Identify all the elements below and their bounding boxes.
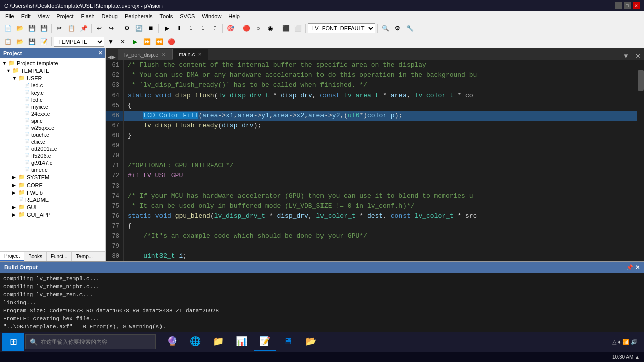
tab-list-button[interactable]: ▼ — [620, 52, 632, 60]
taskbar-edge[interactable]: 🌐 — [184, 333, 206, 351]
project-dropdown[interactable]: TEMPLATE — [54, 37, 104, 47]
tree-readme[interactable]: 📄 README — [0, 196, 105, 203]
menu-help[interactable]: Help — [225, 12, 243, 20]
tree-fwlib[interactable]: ▶ 📁 FWLib — [0, 189, 105, 196]
font-dropdown[interactable]: LV_FONT_DEFAULT — [308, 23, 375, 33]
breakpoint-button[interactable]: 🔴 — [240, 23, 252, 34]
tree-led[interactable]: 📄 led.c — [0, 82, 105, 89]
tb2-btn1[interactable]: 📋 — [2, 36, 13, 47]
menu-debug[interactable]: Debug — [99, 12, 121, 20]
tb2-btn4[interactable]: 📝 — [38, 36, 49, 47]
tree-touch[interactable]: 📄 touch.c — [0, 131, 105, 138]
tree-lcd[interactable]: 📄 lcd.c — [0, 96, 105, 103]
close-editor-button[interactable]: ✕ — [632, 52, 644, 60]
window-controls[interactable]: — □ ✕ — [615, 2, 640, 9]
menu-window[interactable]: Window — [199, 12, 224, 20]
build-close[interactable]: ✕ — [635, 264, 640, 271]
find-button[interactable]: 🔍 — [380, 23, 391, 34]
menu-project[interactable]: Project — [53, 12, 76, 20]
run-to-cursor-button[interactable]: 🎯 — [225, 23, 236, 34]
menu-view[interactable]: View — [35, 12, 53, 20]
maximize-button[interactable]: □ — [624, 2, 631, 9]
tab-templates[interactable]: Temp... — [72, 252, 97, 261]
save-button[interactable]: 💾 — [26, 23, 37, 34]
paste-button[interactable]: 📌 — [78, 23, 89, 34]
cut-button[interactable]: ✂ — [54, 23, 65, 34]
tree-root[interactable]: ▼ 📁 Project: template — [0, 59, 105, 67]
device-button[interactable]: ⬜ — [292, 23, 303, 34]
open-button[interactable]: 📂 — [14, 23, 25, 34]
undo-button[interactable]: ↩ — [94, 23, 105, 34]
config-button[interactable]: ⚙ — [392, 23, 403, 34]
tb2-btn3[interactable]: 💾 — [26, 36, 37, 47]
tab-nav-back[interactable]: ◀ — [108, 54, 112, 60]
tb2-btn2[interactable]: 📂 — [14, 36, 25, 47]
tree-gui-app[interactable]: ▶ 📁 GUI_APP — [0, 211, 105, 218]
tree-template[interactable]: ▼ 📁 TEMPLATE — [0, 67, 105, 74]
file-tab-lv-port-disp[interactable]: lv_port_disp.c ✕ — [118, 49, 172, 60]
rebuild-button[interactable]: 🔄 — [133, 23, 144, 34]
tab-nav-forward[interactable]: ▶ — [112, 54, 116, 60]
menu-edit[interactable]: Edit — [18, 12, 34, 20]
tb2-green3[interactable]: ⏪ — [153, 36, 165, 47]
panel-close[interactable]: ✕ — [98, 50, 102, 56]
clear-bp-button[interactable]: ○ — [253, 23, 264, 34]
tb2-green1[interactable]: ▶ — [129, 36, 140, 47]
tree-myiic[interactable]: 📄 myiic.c — [0, 103, 105, 110]
tree-toggle-root[interactable]: ▼ — [2, 61, 8, 66]
taskbar-vs-code[interactable]: 🖥 — [277, 333, 299, 351]
close-button[interactable]: ✕ — [633, 2, 640, 9]
file-tab-main[interactable]: main.c ✕ — [172, 49, 208, 60]
stop-button[interactable]: ⏹ — [145, 23, 156, 34]
tab-project[interactable]: Project — [0, 252, 24, 261]
taskbar-explorer[interactable]: 📁 — [207, 333, 229, 351]
copy-button[interactable]: 📋 — [66, 23, 77, 34]
tree-ctiic[interactable]: 📄 ctiic.c — [0, 138, 105, 145]
extra-button[interactable]: 🔧 — [404, 23, 415, 34]
build-button[interactable]: ⚙ — [121, 23, 132, 34]
menu-file[interactable]: File — [2, 12, 17, 20]
debug-start-button[interactable]: ▶ — [161, 23, 172, 34]
taskbar-files[interactable]: 📂 — [300, 333, 322, 351]
enable-bp-button[interactable]: ◉ — [265, 23, 276, 34]
menu-peripherals[interactable]: Peripherals — [122, 12, 156, 20]
tree-user[interactable]: ▼ 📁 USER — [0, 74, 105, 82]
taskbar-search[interactable]: 🔍 在这里输入你要搜索的内容 — [25, 334, 156, 349]
build-pin[interactable]: 📌 — [626, 264, 633, 271]
menu-tools[interactable]: Tools — [157, 12, 176, 20]
debug-stop-button[interactable]: ⏸ — [173, 23, 184, 34]
start-button[interactable]: ⊞ — [2, 333, 24, 351]
taskbar-powerpoint[interactable]: 📊 — [230, 333, 253, 351]
tree-core[interactable]: ▶ 📁 CORE — [0, 181, 105, 189]
tree-timer[interactable]: 📄 timer.c — [0, 166, 105, 173]
tree-ft5206[interactable]: 📄 ft5206.c — [0, 152, 105, 159]
taskbar-cortana[interactable]: 🔮 — [161, 333, 183, 351]
step-button[interactable]: ⤵ — [185, 23, 196, 34]
tree-w25qxx[interactable]: 📄 w25qxx.c — [0, 124, 105, 131]
close-tab-lv-port[interactable]: ✕ — [162, 52, 166, 57]
minimize-button[interactable]: — — [615, 2, 622, 9]
tree-24cxx[interactable]: 📄 24cxx.c — [0, 110, 105, 117]
tree-key[interactable]: 📄 key.c — [0, 89, 105, 96]
redo-button[interactable]: ↪ — [106, 23, 117, 34]
tree-ott2001a[interactable]: 📄 ott2001a.c — [0, 145, 105, 152]
tb2-red[interactable]: 🔴 — [166, 36, 177, 47]
target-options-button[interactable]: ⬛ — [280, 23, 291, 34]
tb2-green2[interactable]: ⏩ — [141, 36, 152, 47]
tree-system[interactable]: ▶ 📁 SYSTEM — [0, 173, 105, 181]
step-out-button[interactable]: ⤴ — [209, 23, 220, 34]
tree-gui[interactable]: ▶ 📁 GUI — [0, 203, 105, 211]
save-all-button[interactable]: 💾 — [38, 23, 49, 34]
tab-books[interactable]: Books — [24, 252, 47, 261]
step-over-button[interactable]: ⤵ — [197, 23, 208, 34]
project-arrow[interactable]: ▼ — [105, 36, 116, 47]
tb2-clear-btn[interactable]: ✕ — [117, 36, 128, 47]
tree-gt9147[interactable]: 📄 gt9147.c — [0, 159, 105, 166]
panel-maximize[interactable]: □ — [93, 50, 96, 56]
tab-functions[interactable]: Funct... — [47, 252, 72, 261]
new-file-button[interactable]: 📄 — [2, 23, 13, 34]
scroll-indicator[interactable] — [637, 60, 644, 261]
close-tab-main[interactable]: ✕ — [198, 52, 202, 57]
code-editor[interactable]: 61 /* Flush the content of the internal … — [106, 60, 637, 261]
menu-flash[interactable]: Flash — [78, 12, 98, 20]
